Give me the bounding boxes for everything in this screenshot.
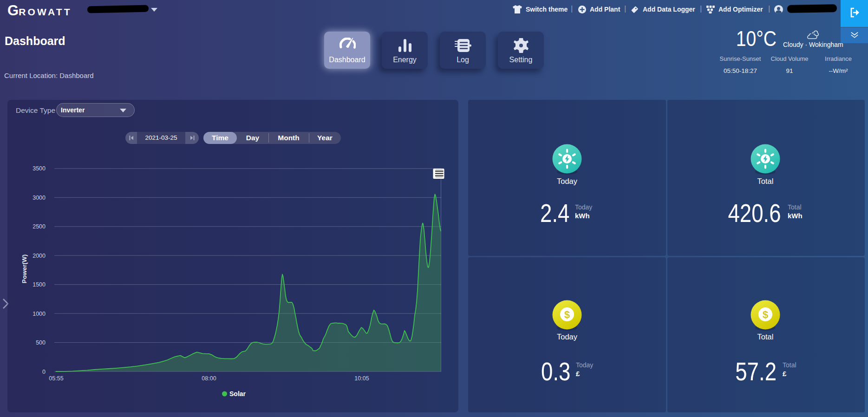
svg-text:1500: 1500 [33, 281, 46, 288]
svg-text:08:00: 08:00 [202, 375, 216, 382]
svg-text:10:05: 10:05 [354, 375, 369, 382]
svg-text:3500: 3500 [33, 165, 46, 172]
svg-text:05:55: 05:55 [49, 375, 63, 382]
svg-text:2000: 2000 [33, 253, 46, 259]
svg-text:1000: 1000 [33, 311, 46, 317]
svg-text:3000: 3000 [33, 195, 46, 201]
svg-text:Solar: Solar [229, 390, 246, 397]
svg-text:$: $ [763, 309, 768, 320]
svg-text:0: 0 [42, 369, 46, 375]
svg-text:Power(W): Power(W) [21, 254, 28, 283]
svg-text:500: 500 [36, 339, 46, 346]
svg-text:$: $ [564, 309, 570, 320]
svg-text:2500: 2500 [33, 223, 46, 230]
